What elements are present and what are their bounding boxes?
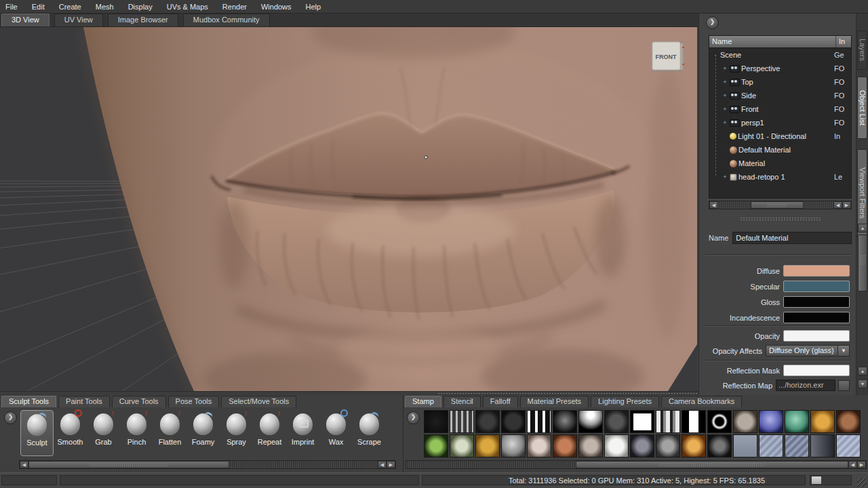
tool-wax[interactable]: Wax xyxy=(319,410,353,456)
stamp-gold-cells[interactable] xyxy=(810,410,835,433)
expander-toggle[interactable]: + xyxy=(722,65,728,72)
list-item-material[interactable]: Material xyxy=(709,157,851,170)
tool-tray-hscrollbar[interactable]: ◀ ◀ ▶ xyxy=(19,460,396,469)
props-scroll-down-button[interactable]: ▼ xyxy=(858,380,867,388)
tool-scrape[interactable]: Scrape xyxy=(353,410,386,456)
stamp-white-square[interactable] xyxy=(630,410,654,433)
list-item-perspective[interactable]: +PerspectiveFO xyxy=(709,62,851,75)
scroll-left-button-2[interactable]: ◀ xyxy=(833,201,842,209)
viewcube-gizmo[interactable]: FRONT xyxy=(652,41,684,72)
stamp-fabric-flat[interactable] xyxy=(733,434,757,458)
expander-toggle[interactable]: + xyxy=(722,79,728,85)
stamp-denim-pale[interactable] xyxy=(836,434,861,458)
menu-create[interactable]: Create xyxy=(59,3,89,11)
object-list-hscrollbar[interactable]: ◀ ◀ ▶ xyxy=(709,201,852,209)
tool-pinch[interactable]: ↑Pinch xyxy=(120,410,153,456)
tool-foamy[interactable]: Foamy xyxy=(186,410,220,456)
tool-tab-sculpt-tools[interactable]: Sculpt Tools xyxy=(1,396,56,407)
panel-expand-button[interactable]: ❯ xyxy=(706,16,719,29)
expander-toggle[interactable]: + xyxy=(722,106,728,113)
list-item-side[interactable]: +SideFO xyxy=(709,89,851,102)
props-scroll-up-button-2[interactable]: ▲ xyxy=(858,367,867,375)
scroll-thumb[interactable] xyxy=(751,201,804,209)
stamp-stripes-gray[interactable] xyxy=(450,410,474,433)
stamp-sphere-green[interactable] xyxy=(785,410,809,433)
tool-tab-pose-tools[interactable]: Pose Tools xyxy=(168,396,220,407)
tools-scroll-left-button[interactable]: ◀ xyxy=(20,461,28,468)
stamp-coal[interactable] xyxy=(707,434,732,458)
menu-help[interactable]: Help xyxy=(306,3,329,11)
browse-button[interactable] xyxy=(838,380,850,391)
list-item-head-retopo-1[interactable]: +head-retopo 1Le xyxy=(709,170,851,184)
tab-uv-view[interactable]: UV View xyxy=(54,14,103,26)
stamp-noise-circle[interactable] xyxy=(501,410,526,433)
list-item-front[interactable]: +FrontFO xyxy=(709,102,851,116)
stamp-clay-blob[interactable] xyxy=(733,410,757,433)
menu-uvs-maps[interactable]: UVs & Maps xyxy=(167,3,216,11)
prop-dropdown-opacity-affects[interactable]: Diffuse Only (glass)▼ xyxy=(766,345,850,357)
sculpt-canvas[interactable]: FRONT xyxy=(0,27,697,391)
scroll-right-button[interactable]: ▶ xyxy=(842,201,851,209)
object-list[interactable]: Name In -SceneGe+PerspectiveFO+TopFO+Sid… xyxy=(709,35,852,199)
column-header-name[interactable]: Name xyxy=(709,36,836,47)
stamp-honeycomb[interactable] xyxy=(475,434,500,458)
sculpted-face[interactable] xyxy=(83,27,697,391)
stamp-shade-dark[interactable] xyxy=(810,434,835,458)
resize-grip[interactable] xyxy=(857,478,867,487)
tool-smooth[interactable]: Smooth xyxy=(54,410,87,456)
list-item-default-material[interactable]: Default Material xyxy=(709,143,851,157)
prop-file-reflection-map[interactable]: .../horizon.exr xyxy=(776,380,835,391)
stamp-gravel-gray[interactable] xyxy=(656,434,680,458)
stamp-copper[interactable] xyxy=(553,434,577,458)
menu-windows[interactable]: Windows xyxy=(261,3,299,11)
chevron-down-icon[interactable]: ▼ xyxy=(837,346,849,356)
expander-toggle[interactable]: + xyxy=(722,92,728,99)
stamp-scratches[interactable] xyxy=(475,410,500,433)
column-header-info[interactable]: In xyxy=(836,36,851,47)
tab-mudbox-community[interactable]: Mudbox Community xyxy=(183,14,270,26)
tab-3d-view[interactable]: 3D View xyxy=(1,14,50,26)
stamp-aperture[interactable] xyxy=(707,410,732,433)
side-tab-layers[interactable]: Layers xyxy=(857,30,867,70)
object-list-header[interactable]: Name In xyxy=(709,36,851,48)
menu-mesh[interactable]: Mesh xyxy=(96,3,121,11)
viewport-3d[interactable]: FRONT xyxy=(0,27,697,391)
preset-tab-camera-bookmarks[interactable]: Camera Bookmarks xyxy=(661,396,742,407)
menu-edit[interactable]: Edit xyxy=(32,3,52,11)
tool-tab-select-move-tools[interactable]: Select/Move Tools xyxy=(221,396,296,407)
stamp-fractal[interactable] xyxy=(553,410,577,433)
list-item-light-01-directional[interactable]: Light 01 - DirectionalIn xyxy=(709,129,851,143)
menu-render[interactable]: Render xyxy=(222,3,254,11)
stamp-blob-white[interactable] xyxy=(604,434,629,458)
stamp-denim-mid[interactable] xyxy=(785,434,809,458)
stamp-soft-sphere[interactable] xyxy=(578,410,603,433)
tool-tray-expand-button[interactable]: ❯ xyxy=(4,411,17,424)
stamp-rocks-dark[interactable] xyxy=(630,434,654,458)
props-scroll-thumb[interactable] xyxy=(858,235,867,291)
props-scroll-up-button[interactable]: ▲ xyxy=(858,224,867,232)
stamp-lichen[interactable] xyxy=(450,434,474,458)
preset-tab-material-presets[interactable]: Material Presets xyxy=(520,396,589,407)
stamp-petals-gray[interactable] xyxy=(578,434,603,458)
stamps-scroll-thumb[interactable] xyxy=(576,461,848,468)
preset-tab-stencil[interactable]: Stencil xyxy=(443,396,481,407)
preset-tab-lighting-presets[interactable]: Lighting Presets xyxy=(591,396,659,407)
tools-scroll-right-button[interactable]: ▶ xyxy=(387,461,395,468)
stamp-speckle[interactable] xyxy=(604,410,629,433)
tool-sculpt[interactable]: Sculpt xyxy=(20,410,54,456)
prop-swatch-diffuse[interactable] xyxy=(783,265,850,277)
preset-tab-falloff[interactable]: Falloff xyxy=(483,396,518,407)
stamp-amber-wood[interactable] xyxy=(682,434,706,458)
tab-image-browser[interactable]: Image Browser xyxy=(108,14,178,26)
tool-spray[interactable]: ↑Spray xyxy=(220,410,253,456)
prop-swatch-specular[interactable] xyxy=(783,281,850,292)
tool-grab[interactable]: ↑Grab xyxy=(87,410,120,456)
scroll-left-button[interactable]: ◀ xyxy=(709,201,718,209)
stamp-sphere-blue[interactable] xyxy=(759,410,783,433)
menu-file[interactable]: File xyxy=(5,3,25,11)
list-item-persp1[interactable]: +persp1FO xyxy=(709,116,851,129)
prop-swatch-incandescence[interactable] xyxy=(783,312,850,323)
tool-tab-paint-tools[interactable]: Paint Tools xyxy=(58,396,110,407)
expander-toggle[interactable]: + xyxy=(722,174,728,180)
tools-scroll-thumb[interactable] xyxy=(28,461,229,468)
